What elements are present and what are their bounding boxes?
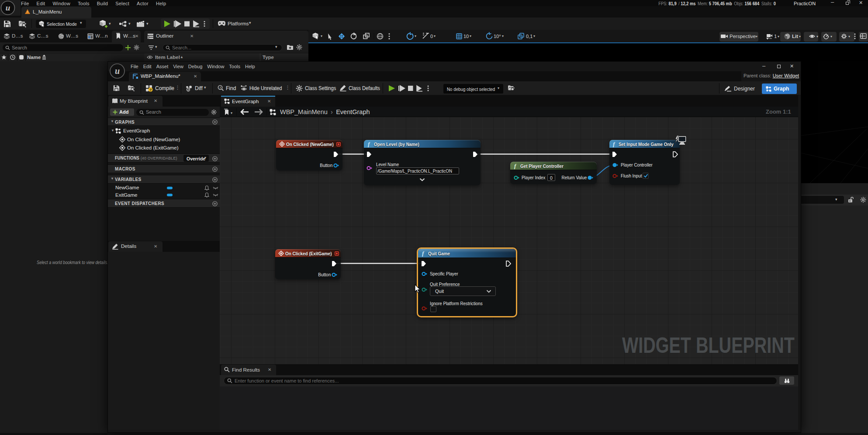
svg-text:▾: ▾ — [778, 35, 779, 38]
svg-text:1: 1 — [774, 34, 777, 39]
svg-text:10°: 10° — [494, 34, 501, 39]
svg-text:10: 10 — [463, 34, 469, 39]
svg-text:▾: ▾ — [415, 34, 416, 38]
svg-text:▾: ▾ — [830, 35, 832, 38]
svg-text:▾: ▾ — [848, 35, 850, 38]
svg-text:▾: ▾ — [502, 34, 504, 38]
svg-text:0,1: 0,1 — [526, 34, 533, 39]
svg-text:▾: ▾ — [816, 35, 818, 38]
svg-text:0: 0 — [430, 34, 433, 39]
svg-text:ƒ: ƒ — [219, 86, 221, 90]
svg-text:▾: ▾ — [799, 35, 801, 38]
svg-text:u: u — [115, 66, 120, 76]
svg-text:Lit: Lit — [792, 34, 798, 39]
svg-text:?: ? — [149, 88, 152, 92]
svg-text:▾: ▾ — [756, 35, 757, 38]
svg-text:▾: ▾ — [321, 34, 322, 38]
svg-text:▾: ▾ — [533, 34, 535, 38]
svg-text:Perspective: Perspective — [730, 34, 756, 39]
svg-text:▾: ▾ — [231, 111, 232, 115]
svg-text:▾: ▾ — [434, 34, 436, 38]
svg-text:▾: ▾ — [470, 34, 471, 38]
svg-text:u: u — [6, 3, 10, 12]
